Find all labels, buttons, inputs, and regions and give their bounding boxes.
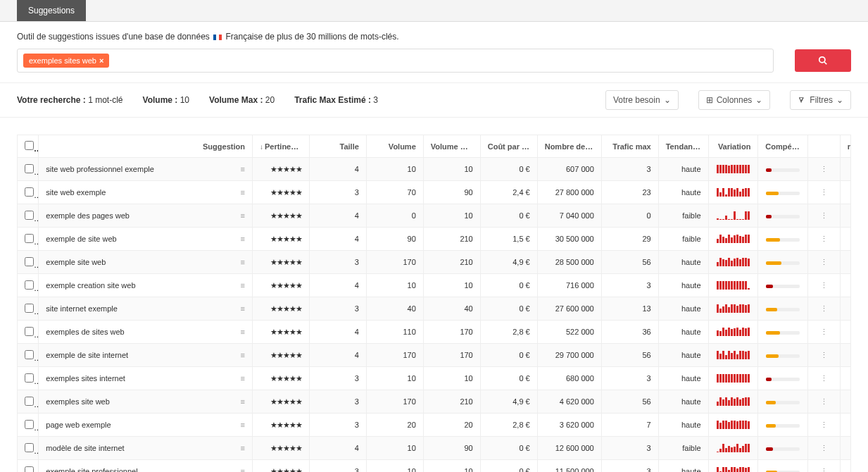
th-suggestion[interactable]: Suggestion [39, 135, 253, 158]
drag-icon[interactable]: ≡ [241, 328, 245, 336]
row-actions-icon[interactable]: ⋮ [820, 444, 828, 452]
drag-icon[interactable]: ≡ [241, 444, 245, 452]
th-trafic[interactable]: Trafic max [601, 135, 658, 158]
table-row: exemple de site internet≡ ★★★★★ 4 170 17… [18, 344, 851, 367]
cell-trafic: 56 [601, 251, 658, 274]
th-tendance[interactable]: Tendance [658, 135, 708, 158]
table-row: modèle de site internet≡ ★★★★★ 4 10 90 0… [18, 437, 851, 460]
cell-cpc: 0 € [480, 158, 537, 181]
th-cpc[interactable]: Coût par clic [480, 135, 537, 158]
cell-volume: 10 [366, 460, 423, 473]
colonnes-dropdown[interactable]: ⊞ Colonnes ⌄ [698, 90, 771, 110]
drag-icon[interactable]: ≡ [241, 211, 245, 220]
row-checkbox[interactable] [25, 443, 34, 452]
cell-taille: 3 [309, 297, 366, 321]
th-volmax[interactable]: Volume Max [423, 135, 480, 158]
drag-icon[interactable]: ≡ [241, 258, 245, 266]
row-checkbox[interactable] [25, 350, 34, 359]
cell-pertinence: ★★★★★ [252, 274, 309, 297]
row-checkbox[interactable] [25, 397, 34, 406]
stars-icon: ★★★★★ [270, 211, 302, 220]
cell-results: 3 620 000 [537, 414, 601, 437]
row-checkbox[interactable] [25, 373, 34, 383]
cell-suggestion: exemple des pages web≡ [39, 204, 253, 228]
row-checkbox[interactable] [25, 466, 34, 473]
cell-cpc: 0 € [480, 437, 537, 460]
cell-variation [708, 437, 758, 460]
cell-variation [708, 414, 758, 437]
row-checkbox[interactable] [25, 234, 34, 243]
drag-icon[interactable]: ≡ [241, 374, 245, 383]
drag-icon[interactable]: ≡ [241, 281, 245, 290]
drag-icon[interactable]: ≡ [241, 188, 245, 197]
cell-competitivite [758, 414, 808, 437]
cell-volume: 10 [366, 437, 423, 460]
row-checkbox[interactable] [25, 327, 34, 336]
filtres-dropdown[interactable]: ⛛ Filtres ⌄ [790, 90, 851, 110]
cell-trafic: 3 [601, 274, 658, 297]
row-checkbox[interactable] [25, 211, 34, 220]
row-actions-icon[interactable]: ⋮ [820, 397, 828, 406]
cell-pertinence: ★★★★★ [252, 158, 309, 181]
cell-variation [708, 204, 758, 228]
drag-icon[interactable]: ≡ [241, 165, 245, 173]
cell-competitivite [758, 251, 808, 274]
cell-variation [708, 297, 758, 321]
cell-tendance: faible [658, 437, 708, 460]
drag-icon[interactable]: ≡ [241, 304, 245, 313]
keyword-chip[interactable]: exemples sites web × [23, 54, 109, 68]
row-actions-icon[interactable]: ⋮ [820, 281, 828, 290]
drag-icon[interactable]: ≡ [241, 351, 245, 359]
cell-taille: 4 [309, 321, 366, 344]
drag-icon[interactable]: ≡ [241, 397, 245, 406]
cell-results: 28 500 000 [537, 251, 601, 274]
th-competitivite[interactable]: Compétitivité [758, 135, 808, 158]
cell-results: 716 000 [537, 274, 601, 297]
cell-trafic: 3 [601, 437, 658, 460]
cell-suggestion: exemple site web≡ [39, 251, 253, 274]
row-checkbox[interactable] [25, 420, 34, 429]
row-actions-icon[interactable]: ⋮ [820, 235, 828, 243]
drag-icon[interactable]: ≡ [241, 235, 245, 243]
stars-icon: ★★★★★ [270, 467, 302, 473]
row-actions-icon[interactable]: ⋮ [820, 328, 828, 336]
stars-icon: ★★★★★ [270, 235, 302, 243]
th-volume[interactable]: Volume [366, 135, 423, 158]
th-variation[interactable]: Variation [708, 135, 758, 158]
row-actions-icon[interactable]: ⋮ [820, 304, 828, 313]
row-checkbox[interactable] [25, 280, 34, 290]
row-checkbox[interactable] [25, 257, 34, 266]
chip-remove-icon[interactable]: × [99, 56, 103, 65]
row-checkbox[interactable] [25, 304, 34, 313]
row-actions-icon[interactable]: ⋮ [820, 165, 828, 173]
cell-volmax: 10 [423, 158, 480, 181]
tab-suggestions[interactable]: Suggestions [17, 0, 86, 21]
cell-tendance: haute [658, 344, 708, 367]
besoin-dropdown[interactable]: Votre besoin ⌄ [605, 90, 679, 110]
row-actions-icon[interactable]: ⋮ [820, 211, 828, 220]
th-results[interactable]: Nombre de résul... [537, 135, 601, 158]
select-all-checkbox[interactable] [25, 141, 34, 150]
search-input[interactable]: exemples sites web × [17, 49, 774, 73]
cell-suggestion: exemple creation site web≡ [39, 274, 253, 297]
row-actions-icon[interactable]: ⋮ [820, 351, 828, 359]
drag-icon[interactable]: ≡ [241, 421, 245, 429]
row-actions-icon[interactable]: ⋮ [820, 467, 828, 473]
row-checkbox[interactable] [25, 187, 34, 197]
drag-icon[interactable]: ≡ [241, 467, 245, 472]
row-actions-icon[interactable]: ⋮ [820, 188, 828, 197]
row-actions-icon[interactable]: ⋮ [820, 374, 828, 383]
row-actions-icon[interactable]: ⋮ [820, 258, 828, 266]
cell-pertinence: ★★★★★ [252, 344, 309, 367]
row-checkbox[interactable] [25, 164, 34, 173]
cell-taille: 3 [309, 181, 366, 204]
cell-volume: 170 [366, 251, 423, 274]
th-pertinence[interactable]: Pertinence [252, 135, 309, 158]
cell-overflow [840, 344, 850, 367]
cell-trafic: 56 [601, 344, 658, 367]
th-taille[interactable]: Taille [309, 135, 366, 158]
search-button[interactable] [795, 49, 851, 72]
stars-icon: ★★★★★ [270, 304, 302, 313]
cell-cpc: 4,9 € [480, 251, 537, 274]
row-actions-icon[interactable]: ⋮ [820, 421, 828, 429]
